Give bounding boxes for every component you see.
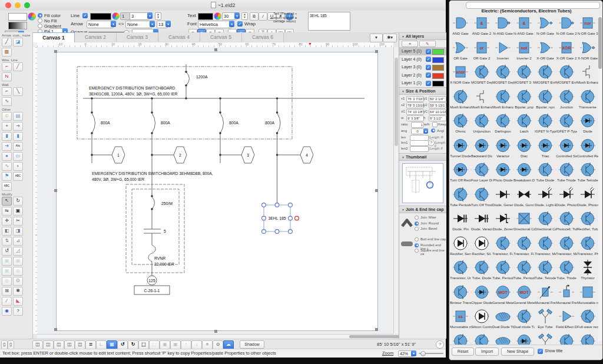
keep-ratio-checkbox[interactable] — [432, 122, 438, 127]
library-shape-monostable-mul[interactable] — [580, 284, 595, 300]
tab-overflow-button[interactable]: ▾ — [370, 34, 383, 42]
line-width-arrow[interactable]: ▾ — [147, 12, 153, 19]
add-layer-button[interactable]: + — [402, 41, 418, 47]
flip-v-icon[interactable]: ◨ — [13, 227, 23, 236]
rotate-tool-icon[interactable]: ↻ — [13, 197, 23, 206]
rect-shape-icon[interactable]: ▮ — [2, 132, 12, 141]
custom-shape-icon[interactable]: ◪ — [13, 38, 23, 47]
circle-shape-icon[interactable]: ● — [2, 152, 12, 161]
arrow-end-arrow[interactable]: ▾ — [150, 21, 155, 27]
layer-visibility-checkbox[interactable]: ✓ — [426, 81, 431, 86]
library-shape-bipolar-npn[interactable] — [538, 89, 553, 104]
speech-bubble-icon[interactable]: ◗ — [13, 162, 23, 171]
more-shapes-icon[interactable]: ▩ — [2, 48, 12, 57]
library-shape-diode-pin[interactable] — [453, 211, 468, 226]
duplicate-tool-icon[interactable]: ▣ — [13, 207, 23, 216]
layer-row[interactable]: Layer 4 (0)✓ — [399, 55, 446, 64]
library-shape-inverter-2[interactable]: not — [516, 40, 532, 55]
library-shape-triac[interactable] — [538, 138, 553, 153]
coordinate-field[interactable]: 74' 10 1/8" — [406, 109, 424, 115]
library-shape-transistor-ph[interactable] — [580, 236, 595, 251]
arrow-end-select[interactable]: None — [125, 21, 153, 28]
library-shape-mosfet-enhance[interactable] — [559, 64, 574, 80]
move-up-icon[interactable]: ↑ — [181, 340, 191, 349]
fill-option-radio[interactable] — [38, 24, 42, 28]
library-shape-bipolar-pnp[interactable] — [516, 89, 532, 104]
ratio-field[interactable]: 1 — [411, 122, 424, 128]
library-shape-tube-tetrode[interactable] — [580, 162, 595, 177]
library-shape-diode-photose[interactable] — [580, 187, 595, 202]
grid-tool-icon[interactable]: ⊞ — [2, 287, 12, 296]
fill-option-radio[interactable] — [38, 18, 42, 23]
arrow-tool-icon[interactable]: ╱ — [2, 38, 12, 47]
edit-layer-button[interactable]: ✎ — [419, 41, 436, 47]
library-shape-diode[interactable] — [580, 113, 595, 128]
line-color-wheel-icon[interactable] — [112, 12, 120, 20]
layer-color-swatch[interactable] — [432, 57, 444, 63]
library-shape-diode-light-e[interactable] — [538, 187, 553, 202]
wire-corner-icon[interactable]: ⌐ — [2, 62, 12, 71]
layer-color-swatch[interactable] — [432, 65, 444, 71]
library-shape-rectifier-tub[interactable] — [580, 211, 595, 226]
line-color-swatch[interactable] — [90, 13, 111, 20]
angle-radio[interactable] — [431, 128, 435, 133]
arrow-start-select[interactable]: None — [87, 21, 114, 28]
image-icon[interactable]: ▤ — [13, 112, 23, 121]
shadow-button[interactable]: Shadow — [240, 340, 264, 349]
text-size-stepper[interactable]: ▲▼ — [241, 12, 248, 20]
group-icon[interactable]: ▣ — [2, 257, 12, 266]
library-shape-controlled-swi[interactable] — [559, 138, 574, 153]
library-shape-dual-triode-tube[interactable] — [516, 309, 532, 324]
library-shape-mosfet-3-meta[interactable] — [516, 64, 532, 80]
align-icon[interactable]: ▣ — [13, 257, 23, 266]
wire-line-icon[interactable]: ╱ — [13, 62, 23, 71]
length-field[interactable] — [410, 140, 429, 146]
library-shape-tube-pentode[interactable] — [495, 260, 511, 275]
chain-icon[interactable]: ◎ — [2, 277, 12, 286]
library-shape-tunnel-diode[interactable] — [453, 138, 468, 153]
coordinate-field[interactable]: 9' 3 3/8" — [406, 115, 424, 121]
library-shape-x-nor-gate-2[interactable]: xnor — [453, 64, 468, 80]
tab-canvas-2[interactable]: Canvas 2 — [75, 32, 117, 42]
library-shape-transistor-fi[interactable] — [495, 236, 511, 251]
snap-corner-icon[interactable]: ∟ — [96, 340, 107, 349]
select-tool-icon[interactable]: ↖ — [2, 197, 12, 206]
library-shape-breakdown-diode[interactable] — [516, 162, 532, 177]
font-select-arrow[interactable]: ▾ — [229, 21, 234, 27]
magnify-icon[interactable]: ⊙ — [213, 340, 223, 349]
canvas-area[interactable]: 1200A EMERGENCY DISTRIBUTION SWITCHBOARD… — [37, 47, 393, 334]
library-shape-field-effect-d[interactable] — [559, 309, 574, 324]
text-color-wheel-icon[interactable] — [214, 12, 221, 20]
coordinate-field[interactable]: 9' 3 1/2" — [429, 115, 446, 121]
text-color-swatch[interactable] — [198, 13, 213, 20]
cut-tool-icon[interactable]: ✂ — [13, 217, 23, 226]
library-shape-diode-zener[interactable] — [495, 211, 511, 226]
arrow-shape-icon[interactable]: ➔ — [13, 122, 23, 131]
wall-corner-icon[interactable]: ⌐ — [2, 87, 12, 96]
wall-line-icon[interactable]: ╲ — [13, 87, 23, 96]
gear-icon[interactable]: ✱ — [13, 287, 23, 296]
library-shape-rectifier-sil[interactable] — [474, 236, 489, 251]
library-shape-mosft-enhanced[interactable] — [495, 89, 511, 104]
coordinate-field[interactable]: 76' 3 7/16" — [406, 96, 424, 102]
page-nav-icon[interactable]: ▯ — [1, 340, 8, 349]
library-shape-four-layer-diode[interactable] — [474, 162, 489, 177]
reset-button[interactable]: Reset — [452, 348, 474, 356]
cap-option-radio[interactable] — [415, 243, 419, 247]
library-shape-latch[interactable] — [516, 113, 532, 128]
angle-field[interactable]: 0 — [411, 128, 424, 134]
layer-visibility-checkbox[interactable]: ✓ — [426, 65, 431, 70]
lock-icon[interactable]: ⬚ — [138, 340, 149, 349]
library-shape-x-or-gate[interactable] — [538, 40, 553, 55]
library-shape-tube-triode[interactable] — [559, 260, 574, 275]
library-shape-directional-co[interactable] — [516, 211, 532, 226]
arrow2-shape-icon[interactable]: ➔ — [2, 142, 12, 151]
library-shape-general-meter[interactable]: MOT — [516, 284, 532, 300]
library-shape-diode-general[interactable] — [495, 187, 511, 202]
import-button[interactable]: Import — [475, 348, 499, 356]
tab-canvas-5[interactable]: Canvas 5 — [200, 32, 242, 42]
library-shape-backward-diode[interactable] — [474, 138, 489, 153]
library-shape-full-wave-recti[interactable] — [580, 309, 595, 324]
color-fan-icon[interactable]: ◣ — [13, 297, 23, 306]
line-width-stepper[interactable]: ▲▼ — [155, 12, 161, 20]
